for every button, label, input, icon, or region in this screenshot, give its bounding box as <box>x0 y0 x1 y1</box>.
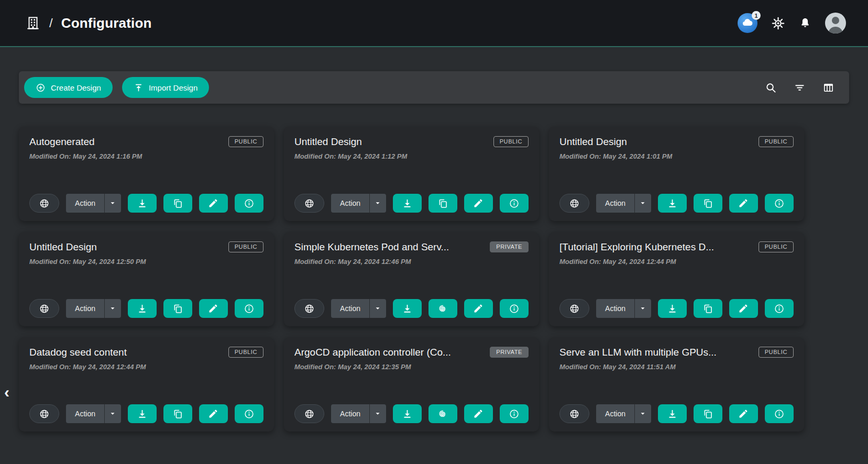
edit-button[interactable] <box>464 299 493 318</box>
pencil-icon <box>208 303 218 314</box>
visibility-globe-button[interactable] <box>294 404 324 423</box>
pencil-icon <box>208 408 218 419</box>
download-button[interactable] <box>658 194 687 213</box>
info-icon <box>509 198 520 209</box>
copy-button[interactable] <box>694 404 722 423</box>
visibility-globe-button[interactable] <box>559 404 589 423</box>
design-card: ArgoCD application controller (Co... PRI… <box>284 337 539 432</box>
download-button[interactable] <box>658 404 687 423</box>
visibility-badge: PUBLIC <box>228 136 263 147</box>
info-button[interactable] <box>765 299 794 318</box>
action-button[interactable]: Action <box>66 299 104 318</box>
action-button[interactable]: Action <box>596 194 634 213</box>
action-button[interactable]: Action <box>331 194 369 213</box>
chevron-down-icon <box>109 305 116 312</box>
action-dropdown-caret[interactable] <box>369 299 386 318</box>
action-button[interactable]: Action <box>596 299 634 318</box>
import-design-button[interactable]: Import Design <box>122 77 209 98</box>
visibility-badge: PUBLIC <box>493 136 529 147</box>
visibility-globe-button[interactable] <box>29 194 59 213</box>
download-button[interactable] <box>393 194 422 213</box>
modified-date: Modified On: May 24, 2024 12:35 PM <box>294 363 529 371</box>
swirl-button[interactable] <box>428 299 457 318</box>
design-grid: Autogenerated PUBLIC Modified On: May 24… <box>19 127 868 432</box>
action-dropdown-caret[interactable] <box>104 299 121 318</box>
edit-button[interactable] <box>199 404 228 423</box>
visibility-globe-button[interactable] <box>294 299 324 318</box>
info-button[interactable] <box>235 299 263 318</box>
info-button[interactable] <box>235 404 263 423</box>
search-button[interactable] <box>765 82 777 94</box>
download-button[interactable] <box>128 404 157 423</box>
copy-button[interactable] <box>163 299 192 318</box>
download-button[interactable] <box>658 299 687 318</box>
info-button[interactable] <box>765 194 794 213</box>
drawer-collapse-chevron[interactable]: ‹ <box>1 383 13 401</box>
action-button[interactable]: Action <box>66 404 104 423</box>
edit-button[interactable] <box>729 194 758 213</box>
info-icon <box>774 408 785 419</box>
swirl-icon <box>437 408 448 419</box>
action-dropdown-caret[interactable] <box>634 299 651 318</box>
edit-button[interactable] <box>729 299 758 318</box>
download-button[interactable] <box>393 404 422 423</box>
download-button[interactable] <box>128 299 157 318</box>
action-dropdown-caret[interactable] <box>634 404 651 423</box>
design-card: Datadog seed content PUBLIC Modified On:… <box>19 337 274 432</box>
filter-button[interactable] <box>794 82 806 94</box>
visibility-globe-button[interactable] <box>29 299 59 318</box>
globe-icon <box>304 408 315 419</box>
info-button[interactable] <box>765 404 794 423</box>
edit-button[interactable] <box>464 194 493 213</box>
action-dropdown-caret[interactable] <box>104 404 121 423</box>
edit-button[interactable] <box>199 299 228 318</box>
copy-button[interactable] <box>428 194 457 213</box>
visibility-globe-button[interactable] <box>559 194 589 213</box>
action-button[interactable]: Action <box>331 404 369 423</box>
edit-button[interactable] <box>729 404 758 423</box>
notification-count-badge: 1 <box>752 11 761 20</box>
modified-date: Modified On: May 24, 2024 12:44 PM <box>559 258 794 266</box>
info-button[interactable] <box>235 194 263 213</box>
globe-icon <box>304 198 315 209</box>
download-button[interactable] <box>128 194 157 213</box>
info-button[interactable] <box>500 194 529 213</box>
action-dropdown-caret[interactable] <box>634 194 651 213</box>
action-split-button: Action <box>596 194 651 213</box>
globe-icon <box>39 198 50 209</box>
design-card: [Tutorial] Exploring Kubernetes D... PUB… <box>549 232 804 326</box>
visibility-globe-button[interactable] <box>294 194 324 213</box>
edit-button[interactable] <box>464 404 493 423</box>
visibility-globe-button[interactable] <box>559 299 589 318</box>
edit-button[interactable] <box>199 194 228 213</box>
swirl-button[interactable] <box>428 404 457 423</box>
visibility-globe-button[interactable] <box>29 404 59 423</box>
download-button[interactable] <box>393 299 422 318</box>
info-button[interactable] <box>500 404 529 423</box>
action-button[interactable]: Action <box>66 194 104 213</box>
download-icon <box>402 303 413 314</box>
settings-button[interactable] <box>771 16 785 30</box>
copy-button[interactable] <box>694 299 722 318</box>
copy-button[interactable] <box>694 194 722 213</box>
action-button[interactable]: Action <box>331 299 369 318</box>
provider-cloud-button[interactable]: 1 <box>738 13 757 33</box>
modified-date: Modified On: May 24, 2024 1:16 PM <box>29 152 263 160</box>
copy-button[interactable] <box>163 194 192 213</box>
create-design-button[interactable]: Create Design <box>24 77 113 98</box>
organization-building-icon[interactable] <box>25 15 41 31</box>
action-dropdown-caret[interactable] <box>104 194 121 213</box>
action-dropdown-caret[interactable] <box>369 194 386 213</box>
main-content: Create Design Import Design <box>0 71 868 432</box>
notifications-button[interactable] <box>799 17 811 29</box>
user-avatar[interactable] <box>825 13 846 34</box>
chevron-down-icon <box>109 200 116 207</box>
copy-button[interactable] <box>163 404 192 423</box>
action-button[interactable]: Action <box>596 404 634 423</box>
pencil-icon <box>738 198 749 208</box>
filter-list-icon <box>794 82 806 94</box>
action-dropdown-caret[interactable] <box>369 404 386 423</box>
table-view-button[interactable] <box>822 82 834 94</box>
visibility-badge: PUBLIC <box>228 241 263 252</box>
info-button[interactable] <box>500 299 529 318</box>
